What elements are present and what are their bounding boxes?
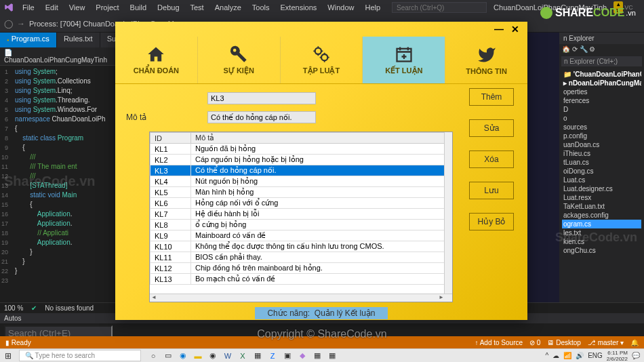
col-id[interactable]: ID [150, 133, 191, 144]
menu-file[interactable]: File [18, 2, 39, 13]
desktop-label[interactable]: 🖥 Desktop [547, 339, 580, 346]
taskbar-search[interactable]: 🔍 Type here to search [19, 350, 141, 361]
exp-item[interactable]: ongChu.cs [562, 246, 641, 255]
exp-item[interactable]: tLuan.cs [562, 158, 641, 167]
tray-sound-icon[interactable]: 🔊 [576, 352, 584, 359]
table-row[interactable]: KL1Nguồn đã bị hỏng [150, 144, 452, 155]
exp-item[interactable]: D [562, 105, 641, 114]
mota-input[interactable] [207, 111, 316, 123]
nav-sukien[interactable]: SỰ KIỆN [198, 37, 281, 83]
tab-rules[interactable]: Rules.txt [57, 33, 100, 47]
proj-node[interactable]: ▸ nDoanLoiPhanCungMayTinh [562, 79, 641, 87]
exp-item[interactable]: iThieu.cs [562, 149, 641, 158]
tab-program[interactable]: Program.cs [0, 33, 57, 47]
table-row[interactable]: KL8ổ cứng bị hỏng [150, 220, 452, 230]
add-source[interactable]: ↑ Add to Source [475, 339, 523, 346]
app-close-button[interactable]: ✕ [507, 23, 523, 35]
menu-window[interactable]: Window [323, 2, 359, 13]
exp-item[interactable]: operties [562, 87, 641, 96]
tray-lang[interactable]: ENG [588, 352, 603, 359]
taskview-icon[interactable]: ▭ [163, 350, 174, 361]
table-row[interactable]: KL2Cáp nguồn bị hỏng hoặc bị lỏng [150, 155, 452, 165]
menu-view[interactable]: View [64, 2, 90, 13]
luu-button[interactable]: Lưu [469, 182, 514, 199]
notifications-icon[interactable]: 💬 [632, 352, 640, 359]
table-row[interactable]: KL4Nút nguồn bị hỏng [150, 176, 452, 187]
grid-vscrollbar[interactable] [444, 132, 452, 294]
exp-item[interactable]: oiDong.cs [562, 167, 641, 176]
watermark-text: ShareCode.vn [4, 174, 95, 189]
watermark-logo: SHARECODE.vn [540, 7, 636, 19]
table-row[interactable]: KL5Màn hình bị hỏng [150, 187, 452, 198]
id-input[interactable] [207, 92, 316, 104]
menu-tools[interactable]: Tools [247, 2, 275, 13]
minimize-button[interactable]: ─ [640, 3, 644, 12]
table-row[interactable]: KL6Hỏng cáp nối với ổ cứng [150, 198, 452, 209]
vs-search-input[interactable] [392, 2, 487, 13]
exp-item[interactable]: ferences [562, 96, 641, 105]
exp-item[interactable]: Luat.cs [562, 176, 641, 184]
zalo-icon[interactable]: Z [267, 350, 278, 361]
table-row[interactable]: KL12Chip đồng hồ trên mainboard bị hỏng. [150, 263, 452, 274]
menu-test[interactable]: Test [186, 2, 209, 13]
menu-extensions[interactable]: Extensions [276, 2, 322, 13]
nav-ketluan[interactable]: KẾT LUẬN [363, 37, 445, 83]
app2-icon[interactable]: ▦ [312, 350, 323, 361]
back-icon[interactable]: ◯ [4, 19, 13, 28]
app-icon[interactable]: ▦ [252, 350, 263, 361]
start-button[interactable]: ⊞ [0, 351, 16, 361]
grid-hscrollbar[interactable] [150, 294, 452, 302]
exp-item[interactable]: sources [562, 123, 641, 132]
vs-icon[interactable]: ◆ [297, 350, 308, 361]
windows-taskbar: ⊞ 🔍 Type here to search ○ ▭ ◉ ▬ ◉ W X ▦ … [0, 348, 644, 362]
sln-root[interactable]: 📁 'ChuanDoanLoiPhanCungMayTinh' [562, 70, 641, 79]
sql-icon[interactable]: ▣ [282, 350, 293, 361]
taskbar-clock[interactable]: 6:11 PM2/6/2022 [607, 350, 628, 362]
tray-up-icon[interactable]: ^ [545, 352, 548, 359]
exp-item[interactable]: ackages.config [562, 211, 641, 220]
nav-chandoan[interactable]: CHẨN ĐOÁN [115, 37, 198, 83]
exp-item[interactable]: uanDoan.cs [562, 140, 641, 149]
sua-button[interactable]: Sửa [469, 119, 514, 137]
table-row[interactable]: KL9Mainboard có vấn đề [150, 230, 452, 241]
exp-item[interactable]: p.config [562, 132, 641, 140]
app3-icon[interactable]: ▦ [327, 350, 338, 361]
menu-edit[interactable]: Edit [41, 2, 63, 13]
menu-help[interactable]: Help [360, 2, 385, 13]
col-mota[interactable]: Mô tả [191, 133, 452, 144]
tray-cloud-icon[interactable]: ☁ [552, 352, 559, 359]
table-row[interactable]: KL13Bo mạch chủ có vấn đề [150, 274, 452, 285]
table-row[interactable]: KL11BIOS cần phải thay. [150, 252, 452, 263]
menu-project[interactable]: Project [91, 2, 123, 13]
table-row[interactable]: KL7Hệ điều hành bị lỗi [150, 209, 452, 220]
menu-analyze[interactable]: Analyze [210, 2, 246, 13]
exp-item[interactable]: Luat.designer.cs [562, 184, 641, 193]
gear-icon [540, 7, 552, 19]
exp-item[interactable]: TaKetLuan.txt [562, 202, 641, 211]
nav-tapluat[interactable]: TẬP LUẬT [281, 37, 363, 83]
edge-icon[interactable]: ◉ [178, 350, 188, 361]
app-minimize-button[interactable]: — [491, 23, 507, 35]
branch-label[interactable]: ⎇ master ▾ [588, 339, 624, 346]
exp-item[interactable]: ogram.cs [562, 220, 641, 228]
bell-icon[interactable]: 🔔 [630, 339, 639, 346]
excel-icon[interactable]: X [237, 350, 248, 361]
tray-wifi-icon[interactable]: 📶 [563, 352, 571, 359]
explorer-icon[interactable]: ▬ [193, 350, 203, 361]
chrome-icon[interactable]: ◉ [207, 350, 218, 361]
table-row[interactable]: KL3Có thể do hỏng cáp nối. [150, 165, 452, 176]
data-grid[interactable]: ID Mô tả KL1Nguồn đã bị hỏngKL2Cáp nguồn… [149, 132, 453, 302]
them-button[interactable]: Thêm [469, 88, 514, 106]
exp-item[interactable]: Luat.resx [562, 193, 641, 202]
menu-build[interactable]: Build [125, 2, 151, 13]
cortana-icon[interactable]: ○ [148, 350, 159, 361]
exp-item[interactable]: o [562, 114, 641, 123]
menu-debug[interactable]: Debug [153, 2, 184, 13]
xoa-button[interactable]: Xóa [469, 150, 514, 168]
huybo-button[interactable]: Hủy Bỏ [469, 213, 514, 230]
word-icon[interactable]: W [222, 350, 233, 361]
table-row[interactable]: KL10Không thể đọc được thông tin cấu hìn… [150, 241, 452, 252]
explorer-search[interactable]: n Explorer (Ctrl+;) [561, 56, 642, 66]
forward-icon[interactable]: → [17, 19, 25, 28]
nav-thongtin[interactable]: THÔNG TIN [445, 37, 527, 83]
